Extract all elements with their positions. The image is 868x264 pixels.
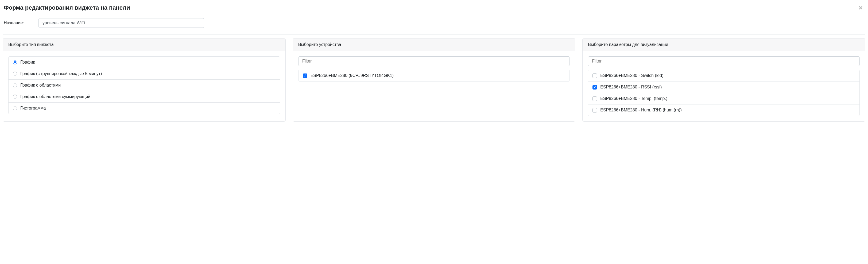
params-panel-header: Выберите параметры для визуализации: [583, 38, 865, 51]
params-filter-input[interactable]: [588, 56, 860, 66]
checkbox-icon: [592, 108, 597, 112]
param-item-label: ESP8266+BME280 - Hum. (RH) (hum.(rh)): [600, 108, 682, 112]
widget-type-panel-header: Выберите тип виджета: [3, 38, 285, 51]
radio-icon: [13, 72, 17, 76]
widget-type-option[interactable]: Гистограмма: [8, 103, 280, 114]
params-list: ESP8266+BME280 - Switch (led) ESP8266+BM…: [588, 70, 860, 116]
devices-filter-input[interactable]: [298, 56, 570, 66]
radio-icon: [13, 83, 17, 87]
devices-list: ESP8266+BME280 (9CPJ9RSTYTOI4GK1): [298, 70, 570, 81]
device-item-label: ESP8266+BME280 (9CPJ9RSTYTOI4GK1): [311, 73, 394, 78]
param-item-label: ESP8266+BME280 - Temp. (temp.): [600, 96, 667, 101]
param-item-label: ESP8266+BME280 - RSSI (rssi): [600, 85, 662, 90]
param-item[interactable]: ESP8266+BME280 - Temp. (temp.): [588, 93, 860, 104]
modal-title: Форма редактирования виджета на панели: [4, 4, 130, 11]
params-panel-body: ESP8266+BME280 - Switch (led) ESP8266+BM…: [583, 51, 865, 121]
modal-header: Форма редактирования виджета на панели ×: [0, 0, 868, 15]
param-item[interactable]: ESP8266+BME280 - Hum. (RH) (hum.(rh)): [588, 104, 860, 116]
param-item[interactable]: ESP8266+BME280 - Switch (led): [588, 70, 860, 81]
widget-type-option-label: График (с группировкой каждые 5 минут): [20, 71, 102, 76]
widget-type-option[interactable]: График: [8, 57, 280, 68]
widget-type-panel-body: График График (с группировкой каждые 5 м…: [3, 51, 285, 120]
widget-type-panel: Выберите тип виджета График График (с гр…: [3, 38, 286, 122]
close-icon: ×: [859, 4, 863, 12]
widget-type-option-label: Гистограмма: [20, 106, 46, 111]
widget-type-list: График График (с группировкой каждые 5 м…: [8, 56, 280, 114]
widget-type-option[interactable]: График с областями суммирующий: [8, 91, 280, 103]
param-item[interactable]: ESP8266+BME280 - RSSI (rssi): [588, 81, 860, 93]
devices-panel: Выберите устройства ESP8266+BME280 (9CPJ…: [292, 38, 576, 122]
devices-panel-body: ESP8266+BME280 (9CPJ9RSTYTOI4GK1): [293, 51, 576, 87]
checkbox-icon: [592, 85, 597, 90]
device-item[interactable]: ESP8266+BME280 (9CPJ9RSTYTOI4GK1): [299, 70, 570, 81]
params-panel: Выберите параметры для визуализации ESP8…: [582, 38, 865, 122]
panels-container: Выберите тип виджета График График (с гр…: [0, 38, 868, 122]
widget-type-option[interactable]: График с областями: [8, 79, 280, 91]
devices-panel-header: Выберите устройства: [293, 38, 576, 51]
widget-type-option-label: График с областями суммирующий: [20, 94, 90, 99]
widget-type-option-label: График: [20, 60, 35, 65]
checkbox-icon: [592, 73, 597, 78]
widget-type-option[interactable]: График (с группировкой каждые 5 минут): [8, 68, 280, 79]
checkbox-icon: [592, 96, 597, 101]
radio-icon: [13, 60, 17, 64]
name-row: Название:: [0, 15, 868, 33]
widget-type-option-label: График с областями: [20, 83, 61, 88]
checkbox-icon: [303, 73, 307, 78]
param-item-label: ESP8266+BME280 - Switch (led): [600, 73, 663, 78]
name-input[interactable]: [38, 18, 204, 28]
radio-icon: [13, 106, 17, 110]
radio-icon: [13, 95, 17, 99]
name-label: Название:: [4, 21, 38, 25]
close-button[interactable]: ×: [859, 4, 863, 11]
